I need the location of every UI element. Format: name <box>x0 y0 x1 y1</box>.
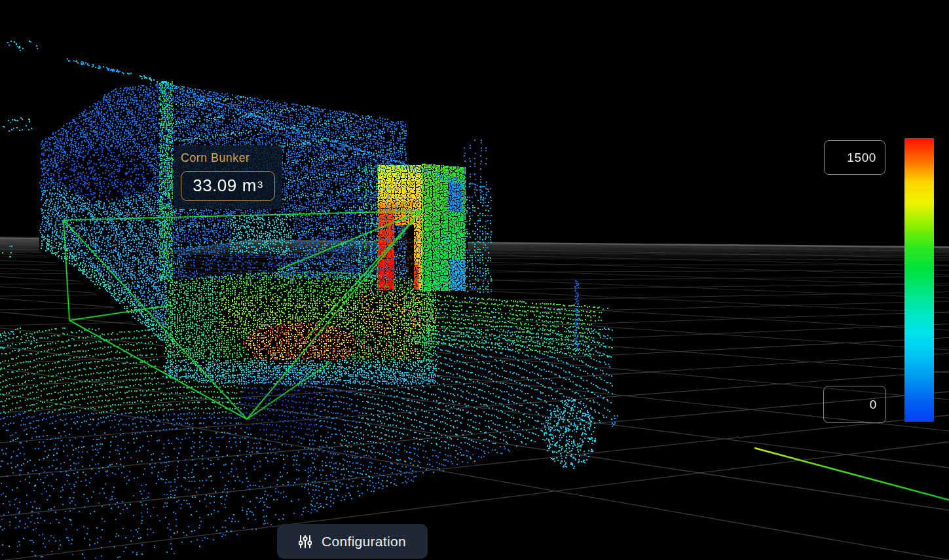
volume-value: 33.09 <box>193 176 237 196</box>
height-colorbar <box>904 138 934 422</box>
configuration-button[interactable]: Configuration <box>277 524 428 559</box>
measurement-tooltip: Corn Bunker 33.09m3 <box>174 145 282 209</box>
scale-min-input[interactable] <box>823 386 886 423</box>
configuration-label: Configuration <box>322 534 406 550</box>
volume-unit: m <box>242 176 257 196</box>
volume-value-box: 33.09m3 <box>181 171 275 201</box>
tooltip-title: Corn Bunker <box>181 152 275 165</box>
point-cloud-viewport[interactable] <box>0 0 949 560</box>
sliders-icon <box>299 534 312 549</box>
scale-max-input[interactable] <box>824 140 885 175</box>
